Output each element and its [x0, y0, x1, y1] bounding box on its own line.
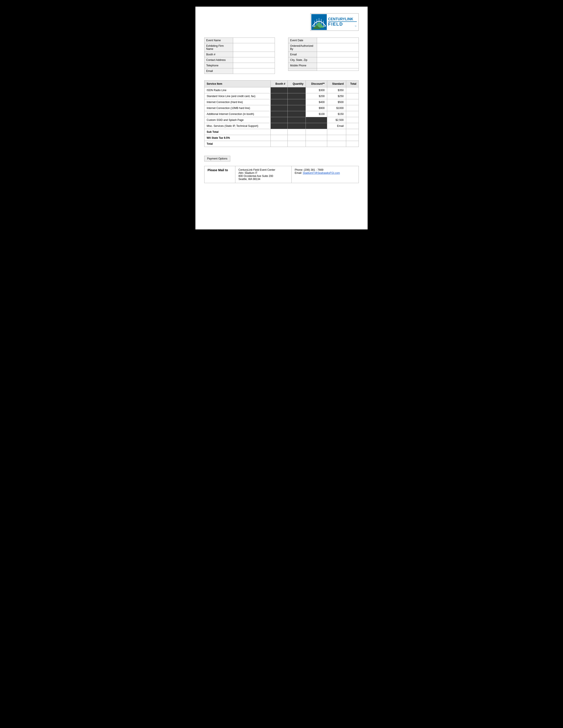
empty-right-label [289, 68, 317, 71]
total-5[interactable] [346, 117, 359, 123]
services-section: Service Item Booth # Quantity Discount**… [204, 80, 359, 147]
service-item-6: Misc. Services (Static IP, Technical Sup… [204, 123, 271, 129]
tax-qty[interactable] [288, 135, 306, 141]
email-left-value[interactable] [233, 68, 274, 74]
total-total[interactable] [346, 141, 359, 147]
discount-6[interactable] [306, 123, 327, 129]
info-row-ordered-by: Ordered/Authorized By [288, 43, 359, 52]
event-date-label: Event Date [289, 38, 317, 43]
table-row: Internet Connection (10MB hard line) $90… [204, 105, 359, 111]
contact-address-value[interactable] [233, 57, 274, 63]
total-qty[interactable] [288, 141, 306, 147]
event-name-value[interactable] [233, 38, 274, 43]
info-section: Event Name Exhibiting Firm Name Booth # … [204, 38, 359, 74]
tax-discount[interactable] [306, 135, 327, 141]
qty-2[interactable] [288, 99, 306, 105]
discount-1: $200 [306, 93, 327, 99]
total-3[interactable] [346, 105, 359, 111]
subtotal-booth[interactable] [270, 129, 288, 135]
booth-label: Booth # [204, 52, 233, 57]
standard-6: Email [327, 123, 346, 129]
address-line4: Seattle, WA 98134 [238, 178, 260, 181]
standard-0: $350 [327, 87, 346, 93]
total-row: Total [204, 141, 359, 147]
total-1[interactable] [346, 93, 359, 99]
logo-area: CENTURYLINK FIELD ™ [204, 13, 359, 31]
qty-5[interactable] [288, 117, 306, 123]
total-6[interactable] [346, 123, 359, 129]
qty-6[interactable] [288, 123, 306, 129]
info-row-email-left: Email [204, 68, 275, 74]
booth-4[interactable] [270, 111, 288, 117]
service-item-1: Standard Voice Line (and credit card, fa… [204, 93, 271, 99]
telephone-value[interactable] [233, 63, 274, 68]
logo-box: CENTURYLINK FIELD ™ [310, 13, 359, 31]
info-left-column: Event Name Exhibiting Firm Name Booth # … [204, 38, 275, 74]
address-line3: 800 Occidental Ave Suite 200 [238, 174, 273, 178]
subtotal-label: Sub Total [204, 129, 271, 135]
ordered-by-value[interactable] [317, 43, 359, 52]
event-date-value[interactable] [317, 38, 359, 43]
page: CENTURYLINK FIELD ™ Event Name Exhibitin… [195, 7, 368, 229]
firm-name-label: Exhibiting Firm Name [204, 43, 233, 52]
booth-6[interactable] [270, 123, 288, 129]
email-right-value[interactable] [317, 52, 359, 57]
city-state-zip-label: City, State, Zip [289, 57, 317, 63]
subtotal-total[interactable] [346, 129, 359, 135]
total-label: Total [204, 141, 271, 147]
mail-to-contact: Phone: (206) 381 - 7669 Email: StadiumIT… [292, 166, 359, 183]
booth-5[interactable] [270, 117, 288, 123]
subtotal-qty[interactable] [288, 129, 306, 135]
city-state-zip-value[interactable] [317, 57, 359, 63]
table-row: Internet Connection (Hard line) $400 $50… [204, 99, 359, 105]
tax-standard[interactable] [327, 135, 346, 141]
info-row-mobile-phone: Mobile Phone [288, 63, 359, 68]
mobile-phone-value[interactable] [317, 63, 359, 68]
service-item-4: Additional Internet Connection (in booth… [204, 111, 271, 117]
qty-0[interactable] [288, 87, 306, 93]
standard-3: $1000 [327, 105, 346, 111]
total-discount[interactable] [306, 141, 327, 147]
discount-2: $400 [306, 99, 327, 105]
qty-3[interactable] [288, 105, 306, 111]
total-2[interactable] [346, 99, 359, 105]
total-0[interactable] [346, 87, 359, 93]
discount-4: $100 [306, 111, 327, 117]
standard-1: $250 [327, 93, 346, 99]
total-booth[interactable] [270, 141, 288, 147]
booth-1[interactable] [270, 93, 288, 99]
standard-4: $150 [327, 111, 346, 117]
booth-3[interactable] [270, 105, 288, 111]
total-standard[interactable] [327, 141, 346, 147]
firm-name-value[interactable] [233, 43, 274, 52]
booth-2[interactable] [270, 99, 288, 105]
subtotal-discount[interactable] [306, 129, 327, 135]
address-line1: CenturyLink Field Event Center [238, 168, 275, 171]
payment-options-label: Payment Options [204, 156, 230, 161]
subtotal-standard[interactable] [327, 129, 346, 135]
empty-right-value[interactable] [317, 68, 359, 71]
service-item-5: Custom SSID and Splash Page [204, 117, 271, 123]
booth-0[interactable] [270, 87, 288, 93]
table-row: Additional Internet Connection (in booth… [204, 111, 359, 117]
svg-text:™: ™ [355, 25, 356, 27]
discount-5[interactable] [306, 117, 327, 123]
total-4[interactable] [346, 111, 359, 117]
col-standard: Standard [327, 81, 346, 87]
mail-phone: Phone: (206) 381 - 7669 [295, 168, 324, 171]
mail-to-address: CenturyLink Field Event Center Attn: Sta… [235, 166, 292, 183]
service-item-3: Internet Connection (10MB hard line) [204, 105, 271, 111]
qty-4[interactable] [288, 111, 306, 117]
col-service-item: Service Item [204, 81, 271, 87]
mail-email-link[interactable]: StadiumIT@SeahawksFGI.com [303, 171, 340, 174]
tax-booth[interactable] [270, 135, 288, 141]
contact-address-label: Contact Address [204, 57, 233, 63]
col-discount: Discount** [306, 81, 327, 87]
tax-total[interactable] [346, 135, 359, 141]
discount-0: $300 [306, 87, 327, 93]
subtotal-row: Sub Total [204, 129, 359, 135]
table-header-row: Service Item Booth # Quantity Discount**… [204, 81, 359, 87]
qty-1[interactable] [288, 93, 306, 99]
col-quantity: Quantity [288, 81, 306, 87]
booth-value[interactable] [233, 52, 274, 57]
